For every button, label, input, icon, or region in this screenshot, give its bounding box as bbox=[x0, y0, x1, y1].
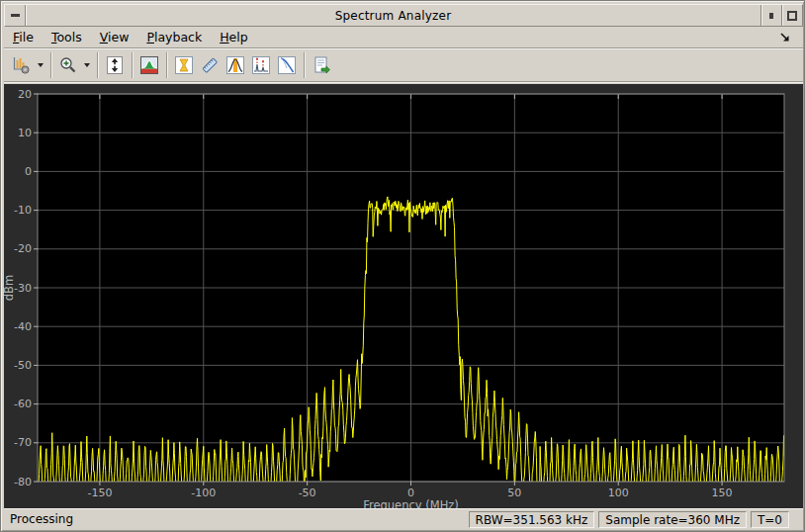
peak-finder-icon bbox=[225, 55, 245, 75]
zoom-in-button[interactable] bbox=[55, 52, 81, 78]
y-axis-label: dBm bbox=[4, 275, 16, 301]
configuration-dropdown[interactable] bbox=[35, 52, 46, 78]
x-axis-label: Frequency (MHz) bbox=[363, 498, 459, 508]
status-message: Processing bbox=[4, 512, 73, 526]
page-green-arrow-icon bbox=[312, 55, 331, 75]
toolbar bbox=[4, 49, 803, 82]
distortion-measurements-button[interactable] bbox=[248, 52, 274, 78]
y-tick-label: -40 bbox=[14, 320, 32, 333]
configuration-icon bbox=[12, 55, 32, 75]
y-tick-label: 0 bbox=[25, 165, 32, 178]
title-bar: Spectrum Analyzer bbox=[4, 4, 803, 27]
status-panels: RBW=351.563 kHzSample rate=360 MHzT=0 bbox=[469, 511, 803, 528]
distortion-icon bbox=[251, 55, 271, 75]
y-tick-label: -10 bbox=[14, 204, 32, 217]
cursor-measurements-button[interactable] bbox=[171, 52, 197, 78]
y-tick-label: -30 bbox=[14, 282, 32, 295]
window-menu-icon bbox=[11, 14, 20, 17]
zoom-in-icon bbox=[58, 55, 78, 75]
maximize-button[interactable] bbox=[781, 5, 802, 26]
x-tick-label: 100 bbox=[608, 487, 629, 499]
spectrum-chart: -150-100-5005010015020100-10-20-30-40-50… bbox=[4, 84, 803, 508]
y-tick-label: -50 bbox=[14, 359, 32, 372]
y-tick-label: 20 bbox=[18, 88, 32, 101]
toolbar-separator bbox=[50, 52, 51, 78]
scale-y-axis-button[interactable] bbox=[102, 52, 128, 78]
x-tick-label: -50 bbox=[299, 487, 316, 499]
x-tick-label: 50 bbox=[507, 487, 521, 499]
plot-area[interactable]: -150-100-5005010015020100-10-20-30-40-50… bbox=[4, 84, 803, 508]
maximize-icon bbox=[787, 11, 797, 21]
signal-statistics-button[interactable] bbox=[197, 52, 223, 78]
window-menu-button[interactable] bbox=[5, 5, 26, 26]
playback-step-button[interactable] bbox=[309, 52, 334, 78]
ccdf-curve-icon bbox=[277, 55, 297, 75]
ruler-icon bbox=[200, 55, 220, 75]
y-tick-label: -70 bbox=[14, 436, 32, 449]
menu-items: FileToolsViewPlaybackHelp bbox=[4, 27, 257, 47]
menu-help[interactable]: Help bbox=[211, 27, 257, 47]
spectrum-settings-button[interactable] bbox=[136, 52, 162, 78]
status-bar: Processing RBW=351.563 kHzSample rate=36… bbox=[4, 508, 803, 529]
window-title: Spectrum Analyzer bbox=[26, 5, 760, 26]
y-tick-label: 10 bbox=[18, 127, 32, 139]
y-tick-label: -80 bbox=[14, 476, 32, 488]
configuration-button[interactable] bbox=[9, 52, 35, 78]
menu-file[interactable]: File bbox=[4, 27, 43, 47]
status-panel-1: Sample rate=360 MHz bbox=[598, 511, 747, 528]
x-tick-label: -150 bbox=[87, 487, 112, 499]
spectrum-analyzer-window: Spectrum Analyzer FileToolsViewPlaybackH… bbox=[0, 0, 805, 532]
ccdf-measurements-button[interactable] bbox=[274, 52, 300, 78]
toolbar-separator bbox=[304, 52, 305, 78]
spectrum-settings-icon bbox=[139, 55, 159, 75]
toolbar-separator bbox=[132, 52, 133, 78]
dock-arrow-icon[interactable] bbox=[779, 32, 791, 44]
peak-finder-button[interactable] bbox=[223, 52, 248, 78]
toolbar-separator bbox=[166, 52, 167, 78]
status-panel-2: T=0 bbox=[751, 511, 789, 528]
status-panel-0: RBW=351.563 kHz bbox=[469, 511, 595, 528]
y-tick-label: -60 bbox=[14, 398, 32, 410]
x-tick-label: 150 bbox=[712, 487, 733, 499]
minimize-button[interactable] bbox=[760, 5, 781, 26]
menu-view[interactable]: View bbox=[91, 27, 138, 47]
fit-vertical-icon bbox=[105, 55, 125, 75]
menu-tools[interactable]: Tools bbox=[43, 27, 91, 47]
toolbar-separator bbox=[97, 52, 98, 78]
menu-bar: FileToolsViewPlaybackHelp bbox=[4, 27, 803, 48]
minimize-icon bbox=[769, 13, 773, 19]
zoom-dropdown[interactable] bbox=[81, 52, 93, 78]
y-tick-label: -20 bbox=[14, 242, 32, 255]
menu-playback[interactable]: Playback bbox=[137, 27, 211, 47]
x-tick-label: -100 bbox=[191, 487, 216, 499]
cursor-measurements-icon bbox=[174, 55, 194, 75]
